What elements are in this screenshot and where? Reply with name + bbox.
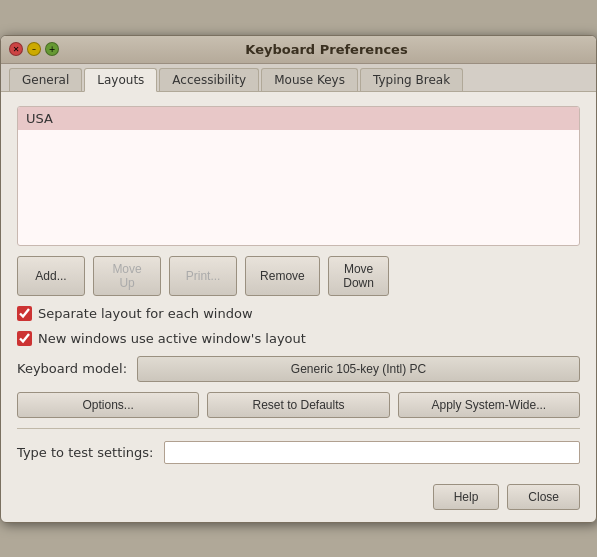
reset-button[interactable]: Reset to Defaults <box>207 392 389 418</box>
layout-list[interactable]: USA <box>17 106 580 246</box>
minimize-window-button[interactable]: – <box>27 42 41 56</box>
test-settings-label: Type to test settings: <box>17 445 154 460</box>
move-down-button[interactable]: Move Down <box>328 256 390 296</box>
tab-mouse-keys[interactable]: Mouse Keys <box>261 68 358 91</box>
bottom-buttons: Help Close <box>1 478 596 522</box>
move-up-button[interactable]: Move Up <box>93 256 161 296</box>
titlebar: ✕ – + Keyboard Preferences <box>1 36 596 64</box>
window-controls: ✕ – + <box>9 42 59 56</box>
tab-layouts[interactable]: Layouts <box>84 68 157 92</box>
close-window-button[interactable]: ✕ <box>9 42 23 56</box>
maximize-window-button[interactable]: + <box>45 42 59 56</box>
list-item[interactable]: USA <box>18 107 579 130</box>
separate-layout-row: Separate layout for each window <box>17 306 580 321</box>
tab-typing-break[interactable]: Typing Break <box>360 68 463 91</box>
tab-accessibility[interactable]: Accessibility <box>159 68 259 91</box>
layouts-panel: USA Add... Move Up Print... Remove Move … <box>1 92 596 478</box>
keyboard-model-button[interactable]: Generic 105-key (Intl) PC <box>137 356 580 382</box>
button-row-2: Remove Move Down <box>245 256 429 296</box>
print-button[interactable]: Print... <box>169 256 237 296</box>
divider <box>17 428 580 429</box>
test-settings-row: Type to test settings: <box>17 441 580 464</box>
add-button[interactable]: Add... <box>17 256 85 296</box>
new-windows-label: New windows use active window's layout <box>38 331 306 346</box>
tab-bar: General Layouts Accessibility Mouse Keys… <box>1 64 596 92</box>
new-windows-row: New windows use active window's layout <box>17 331 580 346</box>
separate-layout-checkbox[interactable] <box>17 306 32 321</box>
keyboard-model-row: Keyboard model: Generic 105-key (Intl) P… <box>17 356 580 382</box>
window-title: Keyboard Preferences <box>65 42 588 57</box>
tab-general[interactable]: General <box>9 68 82 91</box>
help-button[interactable]: Help <box>433 484 500 510</box>
action-buttons-row: Options... Reset to Defaults Apply Syste… <box>17 392 580 418</box>
new-windows-checkbox[interactable] <box>17 331 32 346</box>
layout-button-rows: Add... Move Up Print... Remove Move Down <box>17 256 580 296</box>
apply-system-wide-button[interactable]: Apply System-Wide... <box>398 392 580 418</box>
close-button[interactable]: Close <box>507 484 580 510</box>
keyboard-preferences-window: ✕ – + Keyboard Preferences General Layou… <box>0 35 597 523</box>
keyboard-model-label: Keyboard model: <box>17 361 127 376</box>
options-button[interactable]: Options... <box>17 392 199 418</box>
button-row-1: Add... Move Up Print... <box>17 256 237 296</box>
remove-button[interactable]: Remove <box>245 256 320 296</box>
separate-layout-label: Separate layout for each window <box>38 306 253 321</box>
test-settings-input[interactable] <box>164 441 581 464</box>
